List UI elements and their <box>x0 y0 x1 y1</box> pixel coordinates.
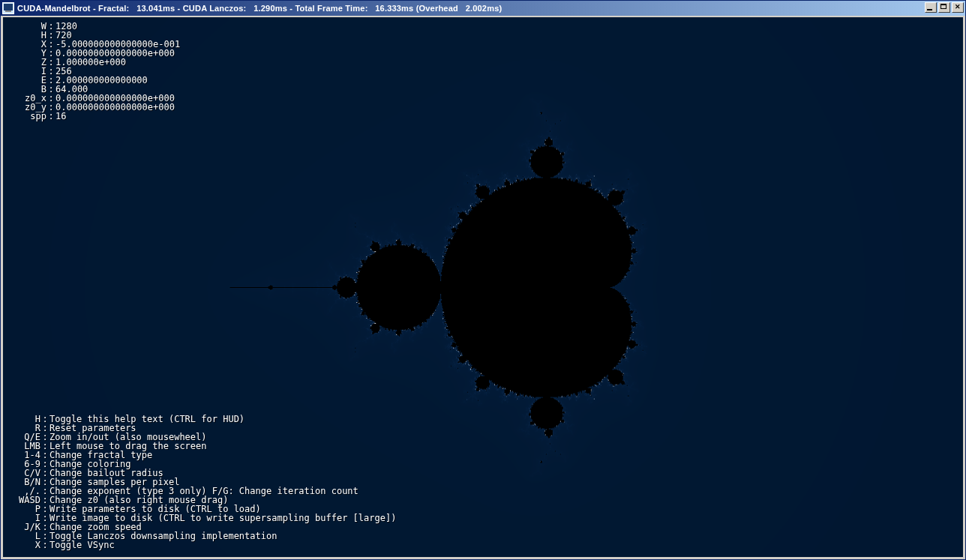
window-controls <box>923 2 964 13</box>
hud-key: spp <box>14 112 46 121</box>
help-key: X <box>14 541 40 550</box>
window-title: CUDA-Mandelbrot - Fractal: 13.041ms - CU… <box>17 4 502 13</box>
hud-value: 16 <box>56 112 66 121</box>
app-icon <box>2 2 14 14</box>
hud-row: Z:1.000000e+000 <box>14 58 180 67</box>
svg-rect-2 <box>4 4 13 10</box>
hud-separator: : <box>46 112 56 121</box>
titlebar[interactable]: CUDA-Mandelbrot - Fractal: 13.041ms - CU… <box>1 1 965 16</box>
help-row: X:Toggle VSync <box>14 541 396 550</box>
hud-value: 0.000000000000000e+000 <box>56 103 175 112</box>
close-button[interactable] <box>952 2 964 13</box>
hud-overlay: W:1280H:720X:-5.000000000000000e-001Y:0.… <box>14 22 180 121</box>
client-area: W:1280H:720X:-5.000000000000000e-001Y:0.… <box>3 17 963 557</box>
help-text: Toggle VSync <box>50 541 115 550</box>
minimize-button[interactable] <box>925 2 937 13</box>
hud-row: E:2.000000000000000 <box>14 76 180 85</box>
maximize-button[interactable] <box>938 2 950 13</box>
hud-row: spp:16 <box>14 112 180 121</box>
app-window: CUDA-Mandelbrot - Fractal: 13.041ms - CU… <box>0 0 966 560</box>
help-overlay: H:Toggle this help text (CTRL for HUD)R:… <box>14 415 396 550</box>
help-separator: : <box>40 541 50 550</box>
svg-rect-3 <box>5 10 11 12</box>
hud-row: W:1280 <box>14 22 180 31</box>
